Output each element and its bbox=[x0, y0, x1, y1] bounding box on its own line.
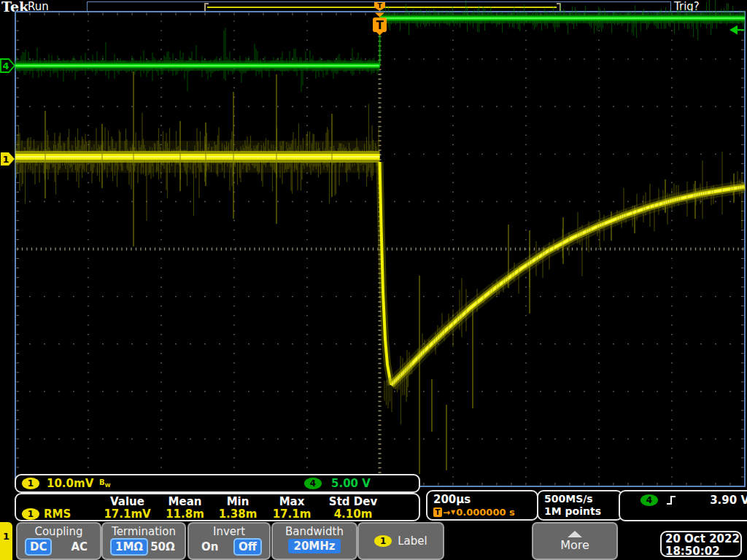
ch4-badge: 4 bbox=[304, 478, 322, 489]
svg-text:4: 4 bbox=[2, 61, 9, 71]
measurement-header-row: Value Mean Min Max Std Dev bbox=[16, 495, 419, 508]
meas-header-max: Max bbox=[264, 495, 320, 508]
meas-min: 1.38m bbox=[212, 508, 264, 521]
meas-header-value: Value bbox=[96, 495, 158, 508]
meas-ch-badge: 1 bbox=[22, 508, 39, 520]
more-up-arrow-icon bbox=[568, 531, 582, 537]
invert-title: Invert bbox=[189, 525, 269, 538]
timebase-scale: 200µs bbox=[433, 493, 537, 506]
coupling-button[interactable]: Coupling DC AC bbox=[16, 522, 101, 560]
meas-header-stddev: Std Dev bbox=[320, 495, 387, 508]
svg-text:1: 1 bbox=[2, 154, 9, 165]
trigger-source-badge: 4 bbox=[640, 494, 658, 506]
bandwidth-title: Bandwidth bbox=[273, 525, 356, 538]
date-text: 20 Oct 2022 bbox=[665, 533, 740, 545]
graticule-grid bbox=[15, 12, 745, 486]
sample-rate: 500MS/s bbox=[544, 493, 622, 505]
coupling-title: Coupling bbox=[18, 525, 100, 538]
channel-readout-bar: 1 10.0mV BW 4 5.00 V bbox=[15, 474, 420, 493]
more-button[interactable]: More bbox=[532, 522, 618, 560]
horizontal-readout-box: 200µs T→▼0.000000 s bbox=[426, 490, 538, 521]
label-button-text: Label bbox=[398, 534, 427, 548]
ch1-waveform bbox=[15, 71, 745, 474]
meas-stddev: 4.10m bbox=[320, 508, 387, 521]
trigger-position-value: 0.000000 s bbox=[456, 507, 515, 518]
invert-option-off[interactable]: Off bbox=[233, 538, 262, 556]
label-button[interactable]: 1 Label bbox=[357, 522, 444, 560]
trigger-status: Trig? bbox=[674, 0, 700, 13]
acquisition-readout-box: 500MS/s 1M points bbox=[537, 490, 623, 521]
ch1-badge: 1 bbox=[22, 478, 39, 489]
record-view-bar bbox=[87, 1, 671, 12]
coupling-option-ac[interactable]: AC bbox=[67, 540, 91, 554]
meas-max: 17.1m bbox=[264, 508, 320, 521]
rising-edge-icon bbox=[665, 494, 677, 506]
window-bracket-left bbox=[204, 3, 209, 12]
meas-value: 17.1mV bbox=[96, 508, 158, 521]
meas-mean: 11.8m bbox=[158, 508, 212, 521]
measurement-box: Value Mean Min Max Std Dev 1 RMS 17.1mV … bbox=[15, 493, 420, 521]
ch4-waveform bbox=[15, 0, 745, 92]
ch4-position-marker: 4 bbox=[1, 59, 15, 72]
label-ch-badge: 1 bbox=[374, 535, 392, 547]
datetime-box: 20 Oct 2022 18:50:02 bbox=[660, 531, 742, 557]
termination-button[interactable]: Termination 1MΩ 50Ω bbox=[101, 522, 186, 560]
invert-option-on[interactable]: On bbox=[198, 540, 222, 554]
ch1-menu-tab[interactable]: 1 bbox=[0, 522, 12, 560]
termination-title: Termination bbox=[103, 525, 185, 538]
trigger-readout-box: 4 3.90 V bbox=[619, 490, 747, 521]
trigger-level: 3.90 V bbox=[710, 494, 747, 507]
record-waveform-line bbox=[207, 7, 557, 8]
tek-logo: Tek bbox=[1, 0, 28, 15]
ch1-position-marker: 1 bbox=[1, 152, 15, 166]
acquisition-status: Run bbox=[28, 0, 49, 13]
more-button-text: More bbox=[560, 538, 589, 552]
trigger-position-readout: T→▼0.000000 s bbox=[433, 507, 537, 518]
bandwidth-button[interactable]: Bandwidth 20MHz bbox=[271, 522, 357, 560]
time-text: 18:50:02 bbox=[665, 545, 740, 558]
ch1-bandwidth-limit-indicator: BW bbox=[99, 478, 110, 489]
record-length: 1M points bbox=[544, 505, 622, 518]
meas-header-min: Min bbox=[212, 495, 264, 508]
oscilloscope-screen: Tek Run Trig? TT41 1 10.0mV BW 4 5.00 V … bbox=[0, 0, 747, 560]
bandwidth-value[interactable]: 20MHz bbox=[288, 539, 340, 553]
meas-name: RMS bbox=[44, 508, 71, 521]
ch4-scale: 5.00 V bbox=[331, 477, 371, 490]
window-bracket-right bbox=[557, 3, 561, 12]
termination-option-1mohm[interactable]: 1MΩ bbox=[110, 538, 148, 556]
measurement-row: 1 RMS 17.1mV 11.8m 1.38m 17.1m 4.10m bbox=[16, 508, 419, 520]
invert-button[interactable]: Invert On Off bbox=[187, 522, 271, 560]
trigger-t-icon: T bbox=[433, 508, 442, 517]
meas-header-mean: Mean bbox=[158, 495, 212, 508]
svg-text:T: T bbox=[376, 19, 384, 32]
coupling-option-dc[interactable]: DC bbox=[25, 538, 52, 556]
ch1-scale: 10.0mV bbox=[47, 477, 93, 490]
termination-option-50ohm[interactable]: 50Ω bbox=[147, 540, 179, 554]
